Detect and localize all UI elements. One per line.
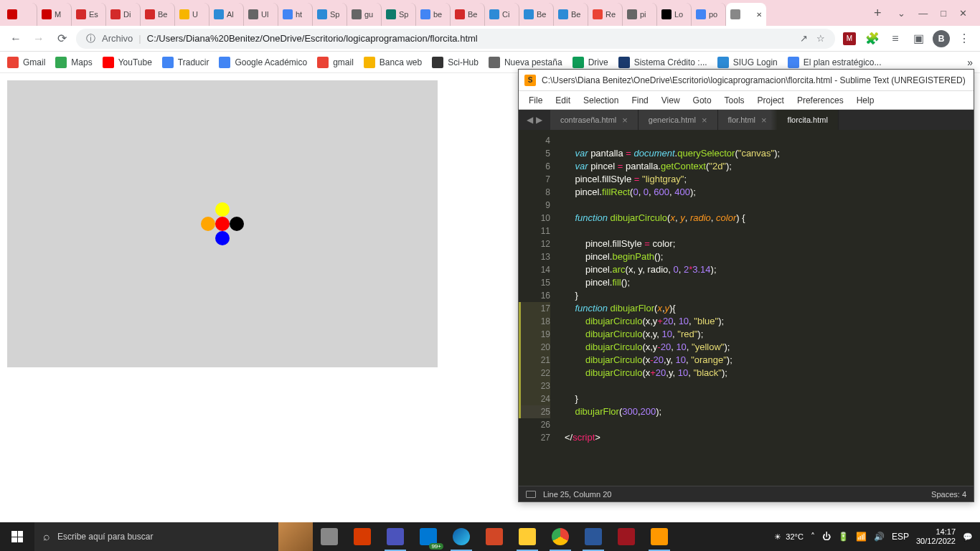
taskbar-app-powerpoint[interactable] — [478, 522, 511, 551]
language-indicator[interactable]: ESP — [892, 532, 909, 542]
side-panel-icon[interactable]: ▣ — [910, 30, 927, 47]
editor-tab[interactable]: flor.html× — [718, 110, 778, 130]
search-highlight-icon[interactable] — [278, 522, 313, 551]
bookmark-item[interactable]: Maps — [55, 57, 92, 68]
taskbar-clock[interactable]: 14:17 30/12/2022 — [916, 527, 956, 546]
extension-mendeley-icon[interactable]: M — [841, 30, 858, 47]
taskbar-app-sublime[interactable] — [643, 522, 676, 551]
editor-tab[interactable]: contraseña.html× — [550, 110, 639, 130]
menu-item[interactable]: Preferences — [791, 93, 849, 108]
tab-close-icon[interactable]: × — [702, 115, 707, 126]
sublime-editor[interactable]: 4567891011121314151617181920212223242526… — [519, 130, 974, 486]
bookmark-item[interactable]: Sci-Hub — [432, 57, 479, 68]
menu-item[interactable]: File — [523, 93, 548, 108]
taskbar-app-task-view[interactable] — [313, 522, 346, 551]
sublime-tab-nav[interactable]: ◀ ▶ — [519, 110, 550, 130]
back-button[interactable]: ← — [7, 30, 24, 47]
browser-tab[interactable]: ht — [278, 3, 313, 26]
browser-tab[interactable]: Be — [451, 3, 485, 26]
power-icon[interactable]: ⏻ — [822, 532, 831, 542]
close-button[interactable]: ✕ — [959, 8, 967, 19]
taskbar-app-office[interactable] — [346, 522, 379, 551]
code-area[interactable]: var pantalla = document.querySelector("c… — [557, 130, 962, 486]
browser-tab[interactable] — [3, 3, 37, 26]
taskbar-app-mail[interactable]: 99+ — [412, 522, 445, 551]
browser-tab[interactable]: Ul — [244, 3, 278, 26]
bookmark-item[interactable]: Drive — [573, 57, 608, 68]
taskbar-app-word[interactable] — [577, 522, 610, 551]
browser-tab[interactable]: be — [416, 3, 451, 26]
bookmark-item[interactable]: Nueva pestaña — [489, 57, 562, 68]
tab-close-icon[interactable]: × — [761, 115, 767, 126]
editor-tab[interactable]: generica.html× — [639, 110, 718, 130]
bookmark-item[interactable]: Traducir — [162, 57, 209, 68]
profile-avatar[interactable]: B — [933, 30, 950, 47]
browser-tab[interactable]: Be — [141, 3, 175, 26]
browser-tab[interactable]: gu — [347, 3, 382, 26]
taskbar-app-chrome[interactable] — [544, 522, 577, 551]
bookmarks-overflow-icon[interactable]: » — [967, 57, 973, 68]
taskbar-app-edge[interactable] — [445, 522, 478, 551]
browser-tab[interactable]: pi — [623, 3, 657, 26]
menu-item[interactable]: Goto — [687, 93, 717, 108]
browser-tab[interactable]: Be — [519, 3, 554, 26]
browser-tab[interactable]: Be — [554, 3, 588, 26]
maximize-button[interactable]: □ — [941, 8, 946, 19]
tab-close-icon[interactable]: × — [622, 115, 628, 126]
menu-item[interactable]: Help — [851, 93, 880, 108]
browser-tab[interactable]: Es — [72, 3, 106, 26]
taskbar-search[interactable]: ⌕ Escribe aquí para buscar — [34, 522, 278, 551]
site-info-icon[interactable]: ⓘ — [85, 33, 96, 44]
menu-item[interactable]: Selection — [578, 93, 624, 108]
notifications-icon[interactable]: 💬 — [963, 532, 973, 542]
reload-button[interactable]: ⟳ — [53, 30, 70, 47]
taskbar-app-file-explorer[interactable] — [511, 522, 544, 551]
indent-setting[interactable]: Spaces: 4 — [931, 490, 966, 499]
browser-tab[interactable]: Sp — [313, 3, 347, 26]
bookmark-item[interactable]: Google Académico — [219, 57, 307, 68]
browser-tab[interactable]: Re — [588, 3, 623, 26]
minimize-button[interactable]: — — [918, 8, 928, 19]
status-panel-icon[interactable] — [526, 491, 536, 498]
address-bar[interactable]: ⓘ Archivo | C:/Users/Diana%20Benitez/One… — [76, 29, 835, 49]
bookmark-item[interactable]: El plan estratégico... — [788, 57, 882, 68]
browser-tab[interactable]: M — [37, 3, 72, 26]
new-tab-button[interactable]: + — [867, 3, 887, 23]
minimap[interactable] — [962, 130, 974, 486]
taskbar-app-teams[interactable] — [379, 522, 412, 551]
tab-dropdown-icon[interactable]: ⌄ — [897, 8, 905, 19]
menu-item[interactable]: View — [656, 93, 686, 108]
menu-item[interactable]: Project — [752, 93, 790, 108]
menu-item[interactable]: Tools — [719, 93, 750, 108]
bookmark-item[interactable]: gmail — [317, 57, 354, 68]
extensions-icon[interactable]: 🧩 — [864, 30, 881, 47]
battery-icon[interactable]: 🔋 — [838, 532, 849, 542]
sublime-titlebar[interactable]: S C:\Users\Diana Benitez\OneDrive\Escrit… — [519, 70, 974, 91]
share-icon[interactable]: ↗ — [798, 33, 809, 44]
browser-tab[interactable]: ✕ — [726, 3, 766, 26]
start-button[interactable] — [0, 522, 34, 551]
menu-item[interactable]: Edit — [550, 93, 576, 108]
reading-list-icon[interactable]: ≡ — [887, 30, 904, 47]
browser-tab[interactable]: Ci — [485, 3, 519, 26]
forward-button[interactable]: → — [30, 30, 47, 47]
bookmark-item[interactable]: SIUG Login — [717, 57, 778, 68]
browser-tab[interactable]: Di — [106, 3, 141, 26]
browser-tab[interactable]: U — [175, 3, 209, 26]
menu-item[interactable]: Find — [626, 93, 654, 108]
bookmark-item[interactable]: Sistema Crédito :... — [618, 57, 707, 68]
browser-tab[interactable]: Sp — [382, 3, 416, 26]
wifi-icon[interactable]: 📶 — [856, 532, 867, 542]
taskbar-app-mendeley[interactable] — [610, 522, 643, 551]
bookmark-item[interactable]: YouTube — [103, 57, 152, 68]
bookmark-star-icon[interactable]: ☆ — [815, 33, 826, 44]
tray-overflow-icon[interactable]: ˄ — [811, 532, 815, 542]
browser-tab[interactable]: Al — [209, 3, 244, 26]
volume-icon[interactable]: 🔊 — [874, 532, 885, 542]
browser-tab[interactable]: Lo — [657, 3, 692, 26]
editor-tab[interactable]: florcita.html — [778, 110, 839, 130]
bookmark-item[interactable]: Gmail — [7, 57, 45, 68]
chrome-menu-icon[interactable]: ⋮ — [956, 30, 973, 47]
bookmark-item[interactable]: Banca web — [364, 57, 422, 68]
weather-widget[interactable]: ☀ 32°C — [774, 532, 804, 542]
